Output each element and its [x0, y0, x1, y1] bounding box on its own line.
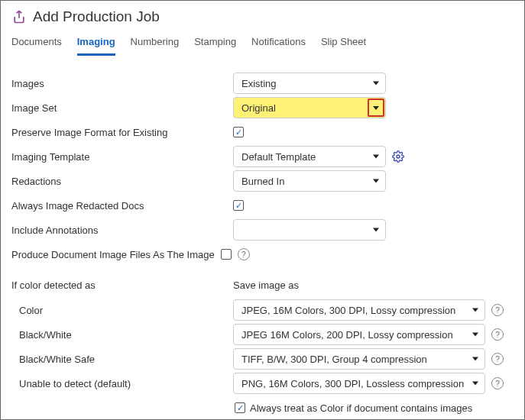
page-header: Add Production Job [11, 8, 514, 25]
caret-icon [472, 333, 478, 337]
tab-notifications[interactable]: Notifications [251, 33, 306, 56]
images-select[interactable]: Existing [233, 73, 386, 94]
caret-icon [373, 155, 379, 159]
save-image-as-header: Save image as [233, 279, 299, 291]
caret-icon [472, 382, 478, 386]
bw-value: JPEG 16M Colors, 200 DPI, Lossy compress… [241, 329, 453, 341]
imaging-template-value: Default Template [241, 151, 316, 163]
redactions-value: Burned In [241, 176, 284, 187]
caret-icon [373, 228, 379, 232]
always-redacted-label: Always Image Redacted Docs [11, 200, 233, 212]
color-label: Color [11, 305, 233, 316]
tab-documents[interactable]: Documents [11, 33, 62, 56]
imaging-template-label: Imaging Template [11, 151, 233, 163]
bw-label: Black/White [11, 329, 233, 341]
always-treat-color-label: Always treat as Color if document contai… [250, 402, 472, 414]
bw-select[interactable]: JPEG 16M Colors, 200 DPI, Lossy compress… [233, 324, 485, 345]
unable-value: PNG, 16M Colors, 300 DPI, Lossless compr… [241, 378, 464, 389]
always-treat-color-checkbox[interactable] [235, 402, 245, 413]
help-icon[interactable]: ? [491, 377, 504, 389]
help-icon[interactable]: ? [238, 248, 250, 260]
color-value: JPEG, 16M Colors, 300 DPI, Lossy compres… [241, 305, 455, 316]
produce-doc-image-label: Produce Document Image Files As The Imag… [11, 249, 215, 260]
include-annotations-label: Include Annotations [11, 225, 233, 236]
image-set-label: Image Set [11, 102, 233, 114]
help-icon[interactable]: ? [491, 328, 504, 341]
caret-icon [472, 357, 478, 361]
color-select[interactable]: JPEG, 16M Colors, 300 DPI, Lossy compres… [233, 299, 485, 321]
redactions-label: Redactions [11, 176, 233, 187]
share-icon [11, 9, 27, 24]
color-detected-header: If color detected as [11, 279, 233, 291]
tab-slip-sheet[interactable]: Slip Sheet [321, 33, 366, 56]
always-redacted-checkbox[interactable] [233, 200, 244, 211]
unable-label: Unable to detect (default) [11, 378, 233, 389]
help-icon[interactable]: ? [491, 353, 504, 365]
bw-safe-select[interactable]: TIFF, B/W, 300 DPI, Group 4 compression [233, 348, 485, 370]
caret-icon [373, 179, 379, 183]
svg-point-0 [397, 155, 400, 158]
tab-bar: Documents Imaging Numbering Stamping Not… [11, 33, 514, 57]
imaging-template-select[interactable]: Default Template [233, 146, 386, 167]
image-set-value: Original [241, 102, 276, 114]
caret-icon [373, 106, 379, 110]
include-annotations-select[interactable] [233, 219, 386, 241]
bw-safe-label: Black/White Safe [11, 354, 233, 365]
tab-numbering[interactable]: Numbering [131, 33, 180, 56]
caret-icon [472, 309, 478, 312]
help-icon[interactable]: ? [491, 304, 504, 316]
preserve-format-checkbox[interactable] [233, 127, 244, 137]
produce-doc-image-checkbox[interactable] [221, 249, 232, 260]
caret-icon [373, 82, 379, 86]
images-label: Images [11, 78, 233, 89]
tab-stamping[interactable]: Stamping [194, 33, 236, 56]
images-value: Existing [241, 78, 277, 89]
page-title: Add Production Job [33, 8, 160, 25]
tab-imaging[interactable]: Imaging [77, 33, 115, 56]
image-set-select[interactable]: Original [233, 97, 386, 118]
redactions-select[interactable]: Burned In [233, 170, 386, 192]
bw-safe-value: TIFF, B/W, 300 DPI, Group 4 compression [241, 354, 427, 365]
gear-icon[interactable] [392, 150, 404, 163]
preserve-format-label: Preserve Image Format for Existing [11, 127, 233, 138]
unable-select[interactable]: PNG, 16M Colors, 300 DPI, Lossless compr… [233, 373, 485, 394]
image-set-caret-highlight[interactable] [368, 99, 384, 117]
